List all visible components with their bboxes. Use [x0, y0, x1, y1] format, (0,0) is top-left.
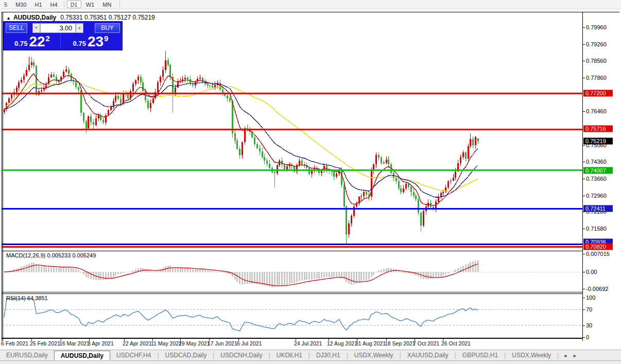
one-click-trading-panel: SELL ▼ ▲ BUY 0.75222 0.75239: [4, 22, 122, 50]
timeframe-button-5[interactable]: 5: [1, 1, 11, 8]
toolbar-separator: [119, 1, 120, 8]
time-axis-label: 22 Apr 2021: [123, 340, 152, 346]
price-level-label: 0.75219: [583, 138, 613, 145]
chart-title: ▲AUDUSD,Daily0.75331 0.75351 0.75127 0.7…: [6, 14, 155, 21]
time-axis-label: 3 Apr 2021: [88, 340, 114, 346]
chart-tab-usdx-weekly[interactable]: USDX,Weekly: [506, 350, 557, 360]
timeframe-button-d1[interactable]: D1: [67, 1, 81, 8]
indicator-axis-label: 30: [586, 322, 592, 328]
sell-price-button[interactable]: 0.75222: [5, 34, 59, 48]
timeframe-button-h4[interactable]: H4: [47, 1, 61, 8]
price-axis-tick: [582, 111, 585, 112]
chart-tab-usdcnh-daily[interactable]: USDCNH,Daily: [214, 350, 268, 360]
spinner-up-icon: ▲: [78, 26, 81, 29]
buy-price-small: 0.75: [73, 40, 86, 47]
indicator-axis-label: 70: [586, 306, 592, 313]
price-axis-tick: [582, 61, 585, 61]
time-axis-label: 31 Aug 2021: [355, 340, 386, 346]
chart-tab-ukoil-h1[interactable]: UKOil,H1: [270, 350, 308, 360]
sell-button[interactable]: SELL: [6, 23, 27, 33]
chart-tab-xauusd-daily[interactable]: XAUUSD,Daily: [401, 350, 455, 360]
time-axis-label: 29 May 2021: [179, 340, 210, 346]
price-axis-tick: [582, 78, 585, 78]
price-axis-tick: [582, 145, 585, 146]
price-axis-label: 0.79960: [586, 24, 607, 30]
timeframe-button-m30[interactable]: M30: [12, 1, 30, 8]
time-axis-label: 16 Mar 2021: [59, 340, 90, 346]
status-bar: [0, 361, 621, 364]
spinner-down-icon: ▼: [35, 26, 38, 29]
chart-tab-usdx-weekly[interactable]: USDX,Weekly: [348, 350, 400, 360]
price-level-label: 0.70820: [583, 244, 613, 250]
buy-button[interactable]: BUY: [95, 23, 120, 33]
macd-indicator-label: MACD(12,26,9) 0.005233 0.005249: [6, 252, 96, 258]
price-axis-tick: [582, 179, 585, 179]
time-axis-label: 24 Jul 2021: [294, 340, 322, 346]
time-axis-label: 6 Feb 2021: [1, 340, 28, 346]
price-axis-label: 0.77860: [586, 75, 607, 81]
rsi-indicator-label: RSI(14) 64.3851: [6, 295, 48, 301]
chart-ohlc-values: 0.75331 0.75351 0.75127 0.75219: [60, 14, 155, 21]
indicator-axis-tick: [582, 289, 585, 289]
price-axis-tick: [582, 229, 585, 229]
chart-tab-bar: EURUSD,DailyAUDUSD,DailyUSDCHF,H4|USDCAD…: [0, 350, 621, 361]
sell-price-sup: 2: [46, 34, 50, 43]
chart-tab-dj30-h1[interactable]: DJ30,H1: [310, 350, 347, 360]
price-axis-label: 0.72960: [586, 193, 607, 199]
indicator-axis-tick: [582, 254, 585, 254]
time-axis-label: 7 Oct 2021: [413, 340, 439, 346]
indicator-axis-tick: [582, 309, 585, 310]
timeframe-button-w1[interactable]: W1: [82, 1, 98, 8]
price-axis-label: 0.71580: [586, 226, 607, 232]
indicator-axis-label: -0.00692: [586, 286, 608, 292]
price-level-label: 0.77200: [583, 90, 613, 97]
chart-tab-usdcad-daily[interactable]: USDCAD,Daily: [159, 350, 213, 360]
chart-tab-audusd-daily[interactable]: AUDUSD,Daily: [54, 351, 110, 360]
price-axis-tick: [582, 162, 585, 162]
time-axis-label: 6 Jul 2021: [237, 340, 262, 346]
collapse-panel-icon[interactable]: ▲: [6, 15, 11, 21]
price-axis-label: 0.76460: [586, 108, 607, 114]
indicator-axis-tick: [582, 272, 585, 272]
price-level-label: 0.72411: [583, 205, 613, 212]
price-level-label: 0.74007: [583, 167, 613, 174]
chart-tab-usdchf-h4[interactable]: USDCHF,H4: [110, 350, 157, 360]
time-axis-label: 11 May 2021: [151, 340, 182, 346]
price-axis-label: 0.73660: [586, 176, 607, 182]
time-axis-label: 18 Sep 2021: [385, 340, 416, 346]
indicator-axis-label: 0: [586, 334, 589, 340]
tab-separator: |: [557, 350, 559, 360]
tab-scroll-left-icon[interactable]: ◄: [563, 353, 567, 358]
indicator-axis-tick: [582, 337, 585, 338]
tab-scroll-right-icon[interactable]: ►: [573, 353, 577, 358]
rsi-panel-plot[interactable]: [2, 294, 582, 340]
time-axis-label: 12 Aug 2021: [327, 340, 357, 346]
timeframe-button-mn[interactable]: MN: [99, 1, 115, 8]
buy-price-button[interactable]: 0.75239: [60, 34, 120, 48]
chart-symbol-label: AUDUSD,Daily: [13, 14, 56, 21]
indicator-axis-tick: [582, 325, 585, 326]
trading-platform-window: { "toolbar": { "timeframes": ["5","M30",…: [0, 0, 621, 364]
volume-decrease-button[interactable]: ▼: [32, 23, 40, 33]
chart-tab-gbpusd-h1[interactable]: GBPUSD,H1: [456, 350, 504, 360]
sell-price-small: 0.75: [14, 40, 27, 47]
price-axis-tick: [582, 27, 585, 28]
volume-input[interactable]: [40, 23, 76, 33]
price-level-label: 0.75716: [583, 126, 613, 132]
volume-increase-button[interactable]: ▲: [76, 23, 83, 33]
timeframe-toolbar: 5M30H1H4D1W1MN: [0, 0, 621, 9]
time-axis-label: 17 Jun 2021: [208, 340, 237, 346]
indicator-axis-label: 0.00: [586, 269, 597, 275]
price-axis-label: 0.78560: [586, 58, 607, 64]
price-axis-label: 0.74360: [586, 159, 607, 165]
indicator-axis-label: 100: [586, 294, 595, 301]
price-axis-tick: [582, 196, 585, 196]
buy-price-big: 23: [88, 35, 104, 48]
sell-price-big: 22: [29, 35, 45, 48]
time-axis-label: 25 Feb 2021: [30, 340, 60, 346]
indicator-axis-tick: [582, 298, 585, 298]
time-axis-label: 26 Oct 2021: [441, 340, 471, 346]
indicator-axis-label: 0.007015: [586, 251, 610, 257]
timeframe-button-h1[interactable]: H1: [31, 1, 46, 8]
chart-tab-eurusd-daily[interactable]: EURUSD,Daily: [0, 350, 54, 360]
